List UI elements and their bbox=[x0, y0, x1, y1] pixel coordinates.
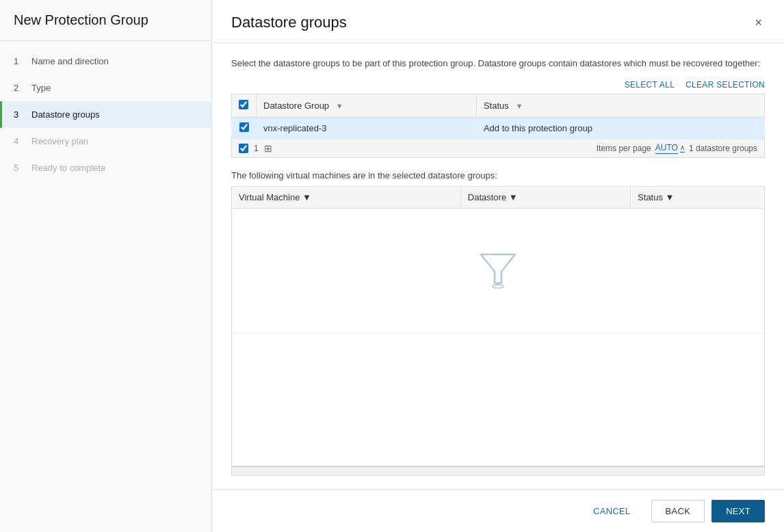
items-per-page-value: AUTO bbox=[655, 143, 678, 154]
row-datastore-group: vnx-replicated-3 bbox=[257, 117, 477, 139]
row-checkbox[interactable] bbox=[239, 122, 249, 132]
vm-status-filter-icon[interactable]: ▼ bbox=[666, 192, 675, 202]
main-title: Datastore groups bbox=[231, 14, 347, 31]
items-per-page-selector[interactable]: AUTO ∧ bbox=[655, 143, 685, 154]
sidebar-item-name-direction[interactable]: 1 Name and direction bbox=[0, 48, 211, 75]
step-2-label: Type bbox=[31, 83, 51, 93]
step-1-number: 1 bbox=[14, 56, 25, 66]
table-row: vnx-replicated-3 Add to this protection … bbox=[232, 117, 765, 139]
funnel-icon bbox=[478, 248, 519, 289]
datastore-group-filter-icon[interactable]: ▼ bbox=[336, 102, 343, 110]
row-checkbox-cell bbox=[232, 117, 257, 139]
table-controls: SELECT ALL CLEAR SELECTION bbox=[231, 80, 765, 90]
select-all-button[interactable]: SELECT ALL bbox=[625, 80, 675, 90]
header-checkbox-cell bbox=[232, 94, 257, 117]
vm-table-header-row: Virtual Machine ▼ Datastore ▼ Status ▼ bbox=[232, 187, 764, 209]
vm-table-wrapper: Virtual Machine ▼ Datastore ▼ Status ▼ bbox=[231, 186, 765, 467]
main-header: Datastore groups × bbox=[212, 0, 784, 43]
vm-header-status: Status ▼ bbox=[631, 187, 764, 209]
horizontal-scrollbar[interactable] bbox=[231, 466, 765, 476]
row-status: Add to this protection group bbox=[476, 117, 764, 139]
close-button[interactable]: × bbox=[752, 14, 765, 31]
footer: CANCEL BACK NEXT bbox=[212, 490, 784, 532]
total-count: 1 datastore groups bbox=[689, 144, 757, 153]
datastore-table: Datastore Group ▼ Status ▼ vnx-replicate… bbox=[231, 94, 765, 139]
header-datastore-group: Datastore Group ▼ bbox=[257, 94, 477, 117]
vm-empty-state bbox=[239, 213, 757, 328]
grid-view-icon[interactable]: ⊞ bbox=[264, 143, 272, 154]
vm-filter-icon[interactable]: ▼ bbox=[302, 192, 311, 202]
vm-section-label: The following virtual machines are in th… bbox=[231, 170, 765, 181]
sidebar-item-ready[interactable]: 5 Ready to complete bbox=[0, 155, 211, 181]
svg-marker-0 bbox=[481, 254, 515, 283]
vm-empty-cell bbox=[232, 208, 764, 333]
clear-selection-button[interactable]: CLEAR SELECTION bbox=[685, 80, 765, 90]
sidebar-steps: 1 Name and direction 2 Type 3 Datastore … bbox=[0, 41, 211, 188]
sidebar-title: New Protection Group bbox=[0, 0, 211, 41]
step-4-number: 4 bbox=[14, 136, 25, 146]
next-button[interactable]: NEXT bbox=[711, 500, 765, 522]
footer-count: 1 bbox=[254, 144, 259, 153]
step-1-label: Name and direction bbox=[31, 56, 109, 66]
vm-table-empty-row bbox=[232, 208, 764, 333]
header-status: Status ▼ bbox=[476, 94, 764, 117]
sidebar-item-recovery-plan[interactable]: 4 Recovery plan bbox=[0, 128, 211, 155]
svg-point-2 bbox=[493, 284, 504, 288]
footer-checkbox[interactable] bbox=[239, 144, 248, 153]
status-filter-icon[interactable]: ▼ bbox=[515, 102, 523, 110]
step-5-number: 5 bbox=[14, 163, 25, 173]
datastore-filter-icon[interactable]: ▼ bbox=[509, 192, 518, 202]
sidebar-item-datastore-groups[interactable]: 3 Datastore groups bbox=[0, 101, 211, 128]
cancel-button[interactable]: CANCEL bbox=[579, 501, 644, 522]
table-footer: 1 ⊞ Items per page AUTO ∧ 1 datastore gr… bbox=[231, 139, 765, 158]
vm-header-datastore: Datastore ▼ bbox=[460, 187, 630, 209]
back-button[interactable]: BACK bbox=[651, 500, 705, 522]
sidebar-item-type[interactable]: 2 Type bbox=[0, 75, 211, 101]
vm-header-name: Virtual Machine ▼ bbox=[232, 187, 460, 209]
step-4-label: Recovery plan bbox=[31, 136, 88, 146]
select-all-checkbox[interactable] bbox=[239, 100, 248, 109]
main-panel: Datastore groups × Select the datastore … bbox=[212, 0, 784, 532]
step-2-number: 2 bbox=[14, 83, 25, 93]
step-5-label: Ready to complete bbox=[31, 163, 105, 173]
items-per-page-chevron: ∧ bbox=[680, 144, 685, 152]
pagination-info: Items per page AUTO ∧ 1 datastore groups bbox=[597, 143, 757, 154]
step-3-number: 3 bbox=[14, 109, 25, 120]
sidebar: New Protection Group 1 Name and directio… bbox=[0, 0, 212, 532]
main-body: Select the datastore groups to be part o… bbox=[212, 43, 784, 490]
table-header-row: Datastore Group ▼ Status ▼ bbox=[232, 94, 765, 117]
items-per-page-label: Items per page bbox=[597, 144, 651, 153]
description-text: Select the datastore groups to be part o… bbox=[231, 57, 765, 70]
vm-table: Virtual Machine ▼ Datastore ▼ Status ▼ bbox=[232, 187, 764, 334]
step-3-label: Datastore groups bbox=[31, 109, 100, 120]
